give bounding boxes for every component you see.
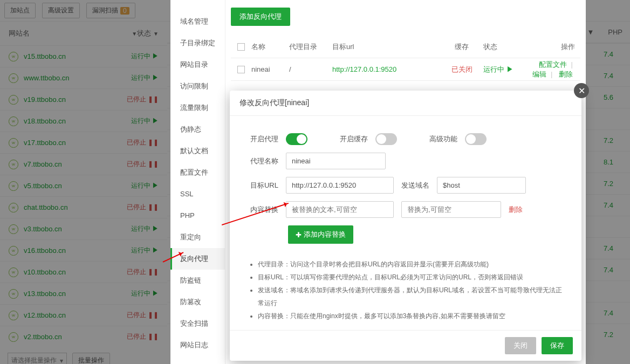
settings-tab[interactable]: 访问限制: [170, 75, 225, 97]
label-proxy-name: 代理名称: [245, 156, 278, 166]
add-reverse-proxy-button[interactable]: 添加反向代理: [231, 8, 290, 26]
replace-to-input[interactable]: [401, 201, 501, 218]
settings-tab[interactable]: 伪静态: [170, 119, 225, 140]
settings-tab[interactable]: 流量限制: [170, 97, 225, 119]
settings-tab[interactable]: 网站目录: [170, 54, 225, 75]
label-content-replace: 内容替换: [245, 205, 278, 215]
proxy-name-input[interactable]: [286, 153, 386, 169]
save-button[interactable]: 保存: [542, 337, 573, 354]
help-note: 目标URL：可以填写你需要代理的站点，目标URL必须为可正常访问的URL，否则将…: [258, 271, 563, 284]
op-config[interactable]: 配置文件: [539, 60, 567, 68]
close-button[interactable]: 关闭: [505, 337, 536, 354]
settings-tab[interactable]: 配置文件: [170, 162, 225, 183]
label-enable-cache: 开启缓存: [340, 134, 368, 144]
send-domain-input[interactable]: [437, 177, 526, 194]
settings-tab[interactable]: 网站日志: [170, 334, 225, 356]
label-send-domain: 发送域名: [401, 181, 429, 190]
help-note: 代理目录：访问这个目录时将会把目标URL的内容返回并显示(需要开启高级功能): [258, 258, 563, 271]
th-url: 目标url: [332, 42, 440, 52]
cell-dir: /: [289, 65, 332, 73]
settings-tab[interactable]: 安全扫描: [170, 313, 225, 334]
th-cache: 缓存: [440, 42, 483, 52]
settings-tab[interactable]: 防篡改: [170, 291, 225, 313]
label-target-url: 目标URL: [245, 181, 278, 190]
delete-replace-link[interactable]: 删除: [509, 205, 523, 215]
settings-tab[interactable]: 默认文档: [170, 140, 225, 162]
cell-cache: 已关闭: [440, 65, 483, 74]
th-ops: 操作: [526, 42, 580, 52]
label-advanced-feature: 高级功能: [429, 134, 457, 144]
label-enable-proxy: 开启代理: [245, 134, 278, 144]
th-status: 状态: [483, 42, 526, 52]
settings-tab[interactable]: SSL: [170, 183, 225, 205]
modify-proxy-modal: 修改反向代理[nineai] ✕ 开启代理 开启缓存 高级功能 代理名称 目标U…: [230, 91, 581, 361]
toggle-enable-proxy[interactable]: [286, 133, 307, 145]
toggle-enable-cache[interactable]: [375, 133, 397, 145]
th-dir: 代理目录: [289, 42, 332, 52]
cell-status[interactable]: 运行中 ▶: [483, 65, 526, 74]
settings-tab[interactable]: 防盗链: [170, 270, 225, 291]
proxy-table-row[interactable]: nineai / http://127.0.0.1:9520 已关闭 运行中 ▶…: [231, 58, 580, 81]
settings-tab[interactable]: 子目录绑定: [170, 32, 225, 54]
help-notes: 代理目录：访问这个目录时将会把目标URL的内容返回并显示(需要开启高级功能)目标…: [245, 251, 566, 326]
checkbox-all[interactable]: [237, 43, 245, 51]
settings-tab[interactable]: 重定向: [170, 226, 225, 248]
close-icon[interactable]: ✕: [574, 83, 589, 98]
help-note: 内容替换：只能在使用nginx时提供，最多可以添加3条替换内容,如果不需要替换请…: [258, 310, 563, 322]
plus-icon: ✚: [296, 231, 302, 239]
th-name: 名称: [251, 42, 289, 52]
settings-tab[interactable]: 域名管理: [170, 11, 225, 32]
checkbox-row[interactable]: [237, 66, 245, 73]
add-content-replace-button[interactable]: ✚ 添加内容替换: [288, 225, 353, 244]
help-note: 发送域名：将域名添加到请求头传递到代理服务器，默认为目标URL域名，若设置不当可…: [258, 284, 563, 310]
cell-name: nineai: [251, 65, 289, 73]
target-url-input[interactable]: [286, 177, 394, 194]
modal-title: 修改反向代理[nineai]: [239, 98, 309, 107]
toggle-advanced[interactable]: [465, 133, 487, 145]
cell-url[interactable]: http://127.0.0.1:9520: [332, 65, 440, 73]
replace-from-input[interactable]: [286, 201, 394, 218]
op-delete[interactable]: 删除: [559, 70, 573, 78]
op-edit[interactable]: 编辑: [532, 70, 546, 78]
settings-tab[interactable]: PHP: [170, 205, 225, 226]
settings-tabs: 域名管理子目录绑定网站目录访问限制流量限制伪静态默认文档配置文件SSLPHP重定…: [170, 0, 225, 364]
cell-ops: 配置文件| 编辑| 删除: [526, 60, 580, 79]
